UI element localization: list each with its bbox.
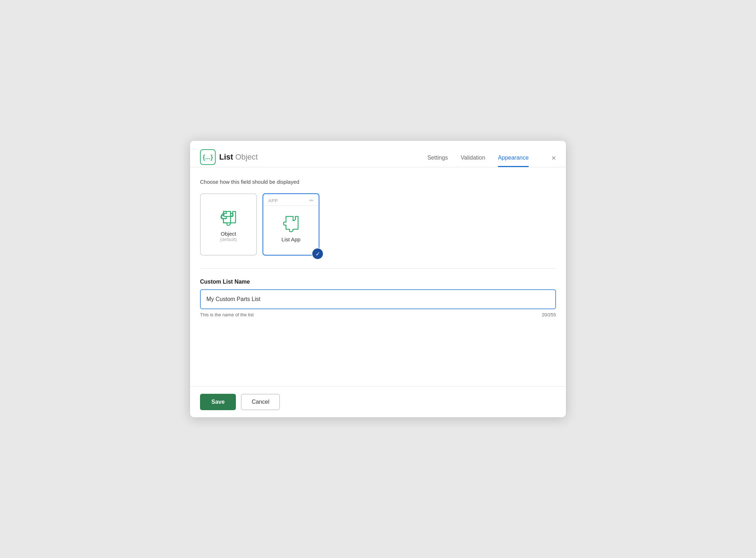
section-description: Choose how this field should be displaye… bbox=[200, 179, 556, 185]
section-divider bbox=[200, 268, 556, 269]
modal-header: {...} List Object Settings Validation Ap… bbox=[190, 141, 566, 167]
title-main: List bbox=[219, 152, 233, 162]
display-card-object[interactable]: Object (default) bbox=[200, 193, 257, 256]
app-header-label: APP bbox=[268, 198, 278, 203]
header-left: {...} List Object bbox=[200, 149, 427, 165]
puzzle-icon-object bbox=[218, 207, 238, 227]
app-card-header: APP ✏ bbox=[263, 194, 319, 206]
custom-list-name-input[interactable] bbox=[200, 289, 556, 309]
custom-list-name-section: Custom List Name This is the name of the… bbox=[200, 279, 556, 317]
logo-icon: {...} bbox=[200, 149, 216, 165]
input-hint: This is the name of the list bbox=[200, 312, 254, 317]
cancel-button[interactable]: Cancel bbox=[241, 394, 280, 410]
puzzle-icon-listapp bbox=[281, 213, 301, 233]
checkmark-badge: ✓ bbox=[312, 248, 324, 260]
save-button[interactable]: Save bbox=[200, 394, 236, 410]
edit-icon: ✏ bbox=[309, 198, 314, 203]
tab-settings[interactable]: Settings bbox=[427, 155, 448, 167]
input-counter: 20/255 bbox=[542, 312, 556, 317]
list-app-card-label: List App bbox=[281, 236, 300, 242]
field-label: Custom List Name bbox=[200, 279, 556, 285]
header-title: List Object bbox=[219, 152, 258, 162]
modal-body: Choose how this field should be displaye… bbox=[190, 167, 566, 386]
tab-validation[interactable]: Validation bbox=[461, 155, 485, 167]
modal-container: {...} List Object Settings Validation Ap… bbox=[190, 140, 566, 418]
app-card-inner: APP ✏ List App bbox=[263, 194, 319, 255]
object-card-sub: (default) bbox=[220, 237, 237, 242]
app-card-body: List App bbox=[263, 206, 319, 255]
input-meta: This is the name of the list 20/255 bbox=[200, 312, 556, 317]
title-sub: Object bbox=[235, 152, 258, 162]
display-options: Object (default) APP ✏ List App bbox=[200, 193, 556, 256]
close-button[interactable]: × bbox=[551, 154, 556, 162]
tab-appearance[interactable]: Appearance bbox=[498, 155, 529, 167]
display-card-list-app[interactable]: APP ✏ List App ✓ bbox=[263, 193, 319, 256]
header-nav: Settings Validation Appearance × bbox=[427, 147, 556, 167]
object-card-label: Object bbox=[221, 231, 236, 237]
modal-footer: Save Cancel bbox=[190, 386, 566, 417]
